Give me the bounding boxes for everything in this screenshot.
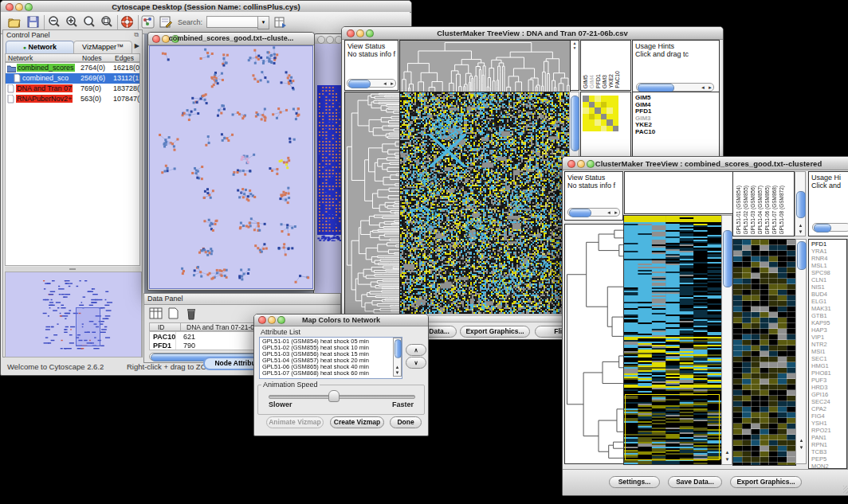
- speed-slider-track[interactable]: [269, 395, 415, 399]
- tab-vizmapper[interactable]: VizMapper™: [73, 41, 132, 54]
- gene-label[interactable]: SPC98: [811, 269, 831, 276]
- zoom-in-icon[interactable]: [65, 15, 79, 29]
- zoomed-selection-canvas[interactable]: [732, 239, 796, 466]
- data-cell-value[interactable]: 790: [183, 342, 195, 350]
- settings-button[interactable]: Settings...: [609, 476, 660, 488]
- row-dendrogram-canvas[interactable]: [344, 92, 401, 315]
- gene-label[interactable]: NTR2: [811, 341, 831, 348]
- move-up-button[interactable]: ∧: [406, 344, 426, 356]
- tab-network[interactable]: ● Network: [6, 41, 74, 54]
- gene-label[interactable]: RPO21: [811, 427, 831, 434]
- gene-label[interactable]: PEP5: [811, 455, 831, 463]
- network-overview-canvas[interactable]: [5, 272, 142, 357]
- export-graphics-button[interactable]: Export Graphics...: [460, 326, 530, 338]
- data-cell-id[interactable]: PFD1: [153, 342, 171, 350]
- float-panel-icon[interactable]: ⧉: [134, 31, 139, 39]
- gpl-labels-scrollbar[interactable]: ▲ ▼: [795, 171, 806, 236]
- treeview2-titlebar[interactable]: ClusterMaker TreeView : combined_scores_…: [563, 157, 848, 170]
- zoom-view-vscrollbar[interactable]: ▲ ▼: [795, 239, 807, 464]
- heatmap-canvas[interactable]: [623, 215, 722, 465]
- column-dendrogram-canvas[interactable]: [399, 40, 571, 92]
- table-row-selected[interactable]: combined_sco 2569(6) 13112(15): [6, 73, 139, 84]
- gene-label[interactable]: BUD4: [811, 291, 831, 298]
- gene-label[interactable]: HMG1: [811, 362, 831, 369]
- micro-scrollbar[interactable]: ▲▼: [570, 40, 579, 91]
- gene-label[interactable]: GTB1: [811, 312, 831, 319]
- gene-label[interactable]: RNR4: [811, 255, 831, 262]
- help-lifering-icon[interactable]: [120, 15, 135, 29]
- vizmapper-nodes-icon[interactable]: [141, 15, 155, 29]
- attribute-list-scrollbar[interactable]: ▲ ▼: [393, 338, 402, 377]
- annotation-icon[interactable]: [159, 15, 173, 29]
- gene-label[interactable]: HAP3: [811, 326, 831, 334]
- gene-label[interactable]: RPN1: [811, 441, 831, 448]
- column-tree-area[interactable]: [624, 171, 733, 214]
- gene-label[interactable]: PHO81: [811, 369, 831, 377]
- gene-label[interactable]: SEC24: [811, 398, 831, 405]
- save-icon[interactable]: [26, 15, 41, 29]
- gene-label[interactable]: MAK31: [811, 305, 831, 312]
- zoom-out-icon[interactable]: [47, 15, 61, 29]
- gene-label[interactable]: TCB3: [811, 448, 831, 455]
- usage-hints-scrollbar[interactable]: [812, 223, 848, 232]
- gene-label[interactable]: PFD1: [811, 240, 831, 248]
- speed-slider-thumb[interactable]: [328, 390, 340, 402]
- gene-label[interactable]: PAN1: [811, 434, 831, 441]
- gene-label[interactable]: CLN1: [811, 276, 831, 283]
- gene-label[interactable]: MSL1: [811, 262, 831, 269]
- table-row[interactable]: combined_scores 2764(0) 16218(0): [6, 63, 139, 73]
- minimize-button[interactable]: [326, 36, 334, 44]
- save-data-button[interactable]: Save Data...: [668, 476, 722, 488]
- move-down-button[interactable]: ∨: [406, 357, 426, 369]
- gene-label[interactable]: VIP1: [811, 334, 831, 341]
- network-canvas[interactable]: [149, 45, 313, 289]
- data-cell-value[interactable]: 621: [183, 333, 195, 341]
- import-table-icon[interactable]: [273, 15, 288, 29]
- gene-label[interactable]: ELG1: [811, 298, 831, 305]
- row-dendrogram-canvas[interactable]: [564, 224, 624, 464]
- tab-overflow-arrow[interactable]: ▶: [135, 42, 139, 49]
- strip-network-canvas-area[interactable]: [315, 44, 344, 295]
- gene-label[interactable]: PUF3: [811, 377, 831, 384]
- gene-label[interactable]: KAP95: [811, 319, 831, 326]
- gene-label[interactable]: YSH1: [811, 420, 831, 427]
- correlation-matrix[interactable]: [583, 96, 618, 131]
- gene-label[interactable]: SEC1: [811, 355, 831, 362]
- gene-label[interactable]: YRA1: [811, 248, 831, 255]
- dialog-titlebar[interactable]: Map Colors to Network: [254, 315, 428, 326]
- table-row[interactable]: DNA and Tran 07 769(0) 183728(0): [6, 84, 139, 94]
- done-button[interactable]: Done: [390, 416, 422, 428]
- search-input[interactable]: [206, 16, 259, 28]
- gene-label[interactable]: GPI16: [811, 391, 831, 398]
- gene-label[interactable]: NIS1: [811, 283, 831, 291]
- animate-vizmap-button[interactable]: Animate Vizmap: [266, 416, 324, 428]
- gene-label[interactable]: MON2: [811, 463, 831, 469]
- zoom-fit-icon[interactable]: [82, 15, 96, 29]
- export-graphics-button[interactable]: Export Graphics...: [730, 476, 802, 488]
- gene-label[interactable]: HRD3: [811, 384, 831, 391]
- network-view-titlebar[interactable]: combined_scores_good.txt--cluste...: [148, 33, 314, 45]
- treeview1-titlebar[interactable]: ClusterMaker TreeView : DNA and Tran 07-…: [342, 27, 723, 40]
- table-row[interactable]: RNAPuberNov2+ 563(0) 107847(0): [6, 94, 139, 104]
- resize-grip[interactable]: [843, 486, 848, 494]
- view-status-scrollbar[interactable]: ◄►: [567, 208, 620, 217]
- data-cell-id[interactable]: PAC10: [153, 333, 175, 341]
- gene-label[interactable]: FIG4: [811, 412, 831, 420]
- attribute-table-icon[interactable]: [149, 307, 163, 322]
- column-label: GPL51-02 (GSM855): [743, 186, 749, 234]
- new-attribute-icon[interactable]: [167, 307, 181, 322]
- gene-label[interactable]: MSI1: [811, 348, 831, 355]
- search-dropdown-button[interactable]: ▼: [257, 16, 269, 29]
- view-status-scrollbar[interactable]: ◄►: [347, 79, 396, 88]
- heatmap-canvas[interactable]: [399, 92, 570, 315]
- close-button[interactable]: [317, 36, 325, 44]
- gene-label[interactable]: CPA2: [811, 405, 831, 412]
- delete-attribute-icon[interactable]: [184, 307, 198, 322]
- heatmap-vscrollbar[interactable]: ▲ ▼: [721, 215, 732, 465]
- attribute-item[interactable]: GPL51-07 (GSM868) heat shock 60 min: [262, 370, 369, 377]
- create-vizmap-button[interactable]: Create Vizmap: [330, 416, 384, 428]
- zoom-selected-icon[interactable]: [100, 15, 114, 29]
- usage-hints-scrollbar[interactable]: ◄►: [636, 83, 714, 92]
- main-titlebar[interactable]: Cytoscape Desktop (Session Name: collins…: [1, 1, 411, 13]
- open-file-icon[interactable]: [7, 15, 22, 29]
